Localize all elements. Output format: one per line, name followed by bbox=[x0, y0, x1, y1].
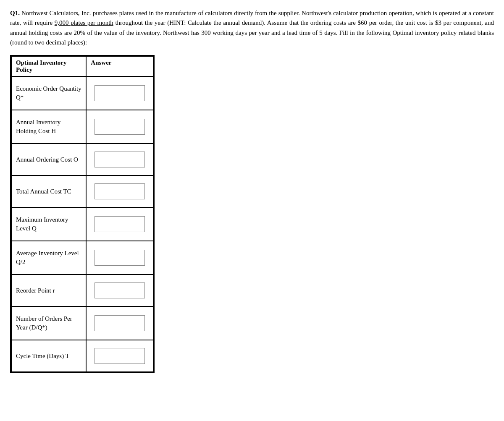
label-cell-eoq: Economic Order Quantity Q* bbox=[11, 76, 86, 110]
answer-input-max-inventory[interactable] bbox=[94, 216, 145, 232]
table-row: Annual Inventory Holding Cost H bbox=[11, 110, 153, 144]
question-label: Q1. bbox=[10, 10, 20, 16]
table-row: Annual Ordering Cost O bbox=[11, 144, 153, 175]
answer-cell-cycle-time[interactable] bbox=[86, 340, 153, 372]
answer-cell-reorder-point[interactable] bbox=[86, 275, 153, 306]
answer-cell-num-orders[interactable] bbox=[86, 306, 153, 340]
answer-cell-avg-inventory[interactable] bbox=[86, 241, 153, 275]
label-cell-holding-cost: Annual Inventory Holding Cost H bbox=[11, 110, 86, 144]
col-header-answer: Answer bbox=[86, 56, 153, 76]
label-cell-num-orders: Number of Orders Per Year (D/Q*) bbox=[11, 306, 86, 340]
label-cell-cycle-time: Cycle Time (Days) T bbox=[11, 340, 86, 372]
answer-input-holding-cost[interactable] bbox=[94, 119, 145, 135]
answer-input-total-cost[interactable] bbox=[94, 183, 145, 199]
table-row: Average Inventory Level Q/2 bbox=[11, 241, 153, 275]
table-row: Cycle Time (Days) T bbox=[11, 340, 153, 372]
col-header-policy: Optimal Inventory Policy bbox=[11, 56, 86, 76]
answer-cell-eoq[interactable] bbox=[86, 76, 153, 110]
table-row: Maximum Inventory Level Q bbox=[11, 207, 153, 241]
label-cell-avg-inventory: Average Inventory Level Q/2 bbox=[11, 241, 86, 275]
label-cell-total-cost: Total Annual Cost TC bbox=[11, 175, 86, 207]
answer-input-num-orders[interactable] bbox=[94, 315, 145, 331]
label-cell-ordering-cost: Annual Ordering Cost O bbox=[11, 144, 86, 175]
answer-cell-ordering-cost[interactable] bbox=[86, 144, 153, 175]
inventory-table: Optimal Inventory Policy Answer Economic… bbox=[11, 56, 154, 372]
table-row: Number of Orders Per Year (D/Q*) bbox=[11, 306, 153, 340]
answer-input-reorder-point[interactable] bbox=[94, 282, 145, 298]
answer-input-ordering-cost[interactable] bbox=[94, 152, 145, 167]
question-underline: 9,000 plates per month bbox=[55, 19, 113, 26]
table-row: Total Annual Cost TC bbox=[11, 175, 153, 207]
question-paragraph: Q1. Northwest Calculators, Inc. purchase… bbox=[10, 8, 494, 47]
inventory-table-wrapper: Optimal Inventory Policy Answer Economic… bbox=[10, 55, 155, 373]
answer-cell-max-inventory[interactable] bbox=[86, 207, 153, 241]
answer-input-eoq[interactable] bbox=[94, 85, 145, 101]
label-cell-reorder-point: Reorder Point r bbox=[11, 275, 86, 306]
table-row: Reorder Point r bbox=[11, 275, 153, 306]
label-cell-max-inventory: Maximum Inventory Level Q bbox=[11, 207, 86, 241]
answer-input-avg-inventory[interactable] bbox=[94, 250, 145, 266]
answer-cell-total-cost[interactable] bbox=[86, 175, 153, 207]
answer-input-cycle-time[interactable] bbox=[94, 348, 145, 364]
table-row: Economic Order Quantity Q* bbox=[11, 76, 153, 110]
answer-cell-holding-cost[interactable] bbox=[86, 110, 153, 144]
